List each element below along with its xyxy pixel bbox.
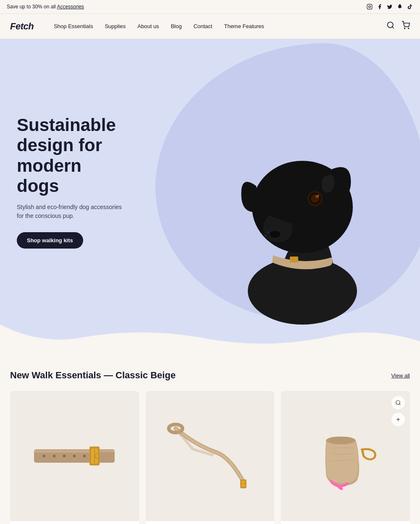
svg-point-4 <box>404 28 405 29</box>
nav-theme-features[interactable]: Theme Features <box>224 23 264 29</box>
svg-point-13 <box>270 231 280 238</box>
svg-point-2 <box>371 5 371 6</box>
hero-title: Sustainable design for modern dogs <box>17 115 126 196</box>
product-info-leash: Beige Dog Leash $4000 <box>146 521 275 524</box>
search-icon[interactable] <box>386 21 395 31</box>
header: Fetch Shop Essentials Supplies About us … <box>0 14 420 39</box>
product-card-bag-holder[interactable]: Beige Poop Bag Holder $3000 <box>281 391 410 524</box>
svg-point-1 <box>369 6 371 8</box>
svg-point-5 <box>408 28 409 29</box>
products-grid: Beige Dog Collar $4000 <box>10 391 410 524</box>
product-add-button[interactable] <box>391 413 405 426</box>
main-nav: Shop Essentials Supplies About us Blog C… <box>54 23 386 29</box>
products-section: New Walk Essentials — Classic Beige View… <box>0 350 420 524</box>
snapchat-icon[interactable] <box>396 3 403 10</box>
product-info-bag-holder: Beige Poop Bag Holder $3000 <box>281 521 410 524</box>
nav-supplies[interactable]: Supplies <box>105 23 126 29</box>
social-icons-group <box>366 3 413 10</box>
svg-point-21 <box>63 455 66 457</box>
dog-illustration <box>168 47 403 325</box>
svg-point-22 <box>73 455 76 457</box>
products-section-title: New Walk Essentials — Classic Beige <box>10 370 176 381</box>
svg-rect-14 <box>290 257 298 262</box>
hero-subtitle: Stylish and eco-friendly dog accessories… <box>17 203 126 220</box>
collar-illustration <box>24 422 125 490</box>
view-all-link[interactable]: View all <box>391 372 410 379</box>
product-image-collar <box>10 391 139 521</box>
svg-point-35 <box>326 437 355 445</box>
nav-contact[interactable]: Contact <box>194 23 213 29</box>
product-image-leash <box>146 391 275 521</box>
product-action-buttons <box>391 396 405 426</box>
header-actions <box>386 21 410 31</box>
announcement-bar: Save up to 30% on all Accessories <box>0 0 420 14</box>
product-card-leash[interactable]: Beige Dog Leash $4000 <box>146 391 275 524</box>
products-header: New Walk Essentials — Classic Beige View… <box>10 370 410 381</box>
accessories-link[interactable]: Accessories <box>57 4 84 10</box>
product-search-button[interactable] <box>391 396 405 409</box>
nav-about[interactable]: About us <box>137 23 159 29</box>
nav-shop-essentials[interactable]: Shop Essentials <box>54 23 93 29</box>
cart-icon[interactable] <box>402 21 410 31</box>
svg-point-12 <box>318 195 319 196</box>
hero-content: Sustainable design for modern dogs Styli… <box>0 90 143 274</box>
hero-dog-container <box>168 47 403 325</box>
hero-section: Sustainable design for modern dogs Styli… <box>0 39 420 325</box>
nav-blog[interactable]: Blog <box>171 23 182 29</box>
shop-walking-kits-button[interactable]: Shop walking kits <box>17 232 83 249</box>
svg-rect-28 <box>100 452 115 460</box>
wave-divider <box>0 325 420 350</box>
leash-illustration <box>155 418 265 494</box>
product-info-collar: Beige Dog Collar $4000 <box>10 521 139 524</box>
instagram-icon[interactable] <box>366 3 373 10</box>
twitter-icon[interactable] <box>386 3 393 10</box>
product-image-bag-holder <box>281 391 410 521</box>
logo[interactable]: Fetch <box>10 21 34 32</box>
svg-point-19 <box>43 455 45 457</box>
tiktok-icon[interactable] <box>407 3 413 10</box>
svg-point-20 <box>53 455 55 457</box>
product-card-collar[interactable]: Beige Dog Collar $4000 <box>10 391 139 524</box>
svg-rect-0 <box>367 4 372 9</box>
svg-point-23 <box>83 455 86 457</box>
svg-point-3 <box>388 22 393 28</box>
bag-holder-illustration <box>293 420 398 492</box>
facebook-icon[interactable] <box>376 3 383 10</box>
svg-point-15 <box>267 231 269 233</box>
announcement-text: Save up to 30% on all Accessories <box>7 4 84 10</box>
svg-point-16 <box>265 235 266 236</box>
svg-point-32 <box>396 401 400 404</box>
